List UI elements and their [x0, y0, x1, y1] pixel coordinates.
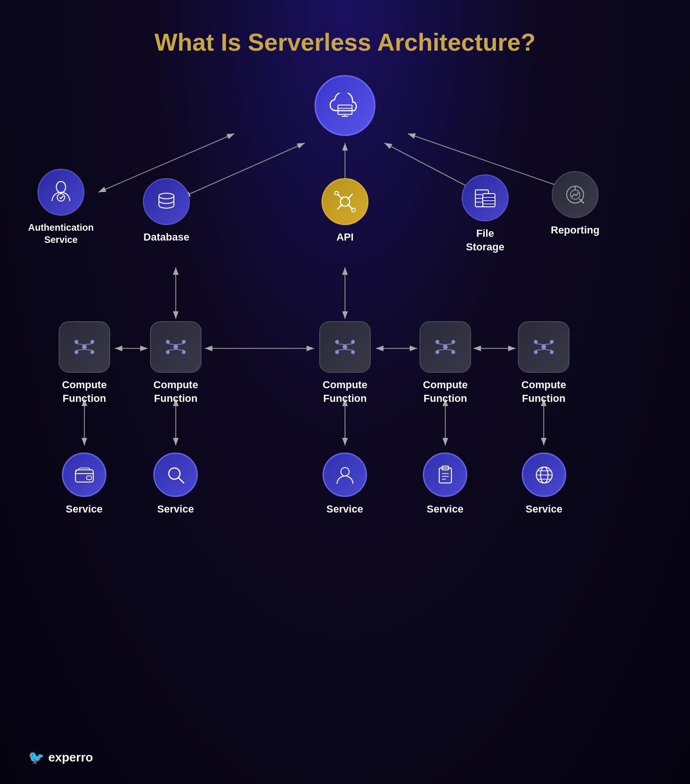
compute3-icon: [319, 321, 371, 373]
page-title: What Is Serverless Architecture?: [0, 0, 690, 56]
svg-point-56: [166, 350, 170, 354]
svg-line-78: [437, 349, 445, 350]
svg-line-49: [76, 344, 84, 345]
svg-point-84: [550, 350, 554, 354]
svg-line-51: [76, 349, 84, 350]
logo-text: experro: [48, 750, 93, 765]
svg-rect-18: [338, 105, 352, 114]
compute1-label: ComputeFunction: [62, 378, 106, 405]
svg-point-27: [335, 191, 338, 195]
svg-point-71: [443, 345, 448, 349]
service5-label: Service: [525, 503, 562, 516]
svg-line-85: [536, 344, 544, 345]
auth-icon-circle: [38, 169, 84, 216]
title-highlight: Serverless Architecture?: [248, 29, 536, 56]
svg-line-92: [178, 477, 184, 483]
service1-node: Service: [62, 452, 106, 516]
svg-line-50: [84, 344, 92, 345]
reporting-node: Reporting: [551, 171, 600, 237]
service3-label: Service: [326, 503, 363, 516]
service3-node: Service: [322, 452, 367, 516]
svg-line-70: [345, 349, 353, 350]
service5-node: Service: [522, 452, 566, 516]
logo: 🐦 experro: [28, 750, 93, 765]
database-label: Database: [143, 231, 189, 244]
logo-bird-icon: 🐦: [28, 750, 45, 765]
svg-point-24: [159, 193, 174, 199]
svg-point-23: [57, 194, 65, 201]
svg-line-76: [437, 344, 445, 345]
auth-label: AuthenticationService: [28, 221, 94, 246]
cloud-node: [315, 75, 375, 136]
svg-line-87: [536, 349, 544, 350]
service2-node: Service: [153, 452, 198, 516]
compute4-icon: [420, 321, 471, 373]
service4-label: Service: [427, 503, 463, 516]
compute4-node: ComputeFunction: [420, 321, 471, 405]
svg-point-22: [56, 181, 66, 193]
api-node: API: [322, 178, 368, 244]
compute3-node: ComputeFunction: [319, 321, 371, 405]
svg-point-29: [352, 208, 355, 212]
svg-point-55: [182, 340, 186, 344]
svg-point-44: [82, 345, 87, 349]
database-node: Database: [143, 178, 190, 244]
svg-point-45: [75, 340, 78, 344]
compute2-label: ComputeFunction: [153, 378, 198, 405]
svg-line-58: [168, 344, 176, 345]
svg-point-80: [541, 345, 546, 349]
svg-point-83: [534, 350, 538, 354]
file-storage-icon-circle: [462, 174, 509, 221]
svg-point-62: [343, 345, 347, 349]
svg-point-46: [90, 340, 94, 344]
svg-point-53: [173, 345, 178, 349]
svg-point-48: [90, 350, 94, 354]
api-label: API: [337, 231, 354, 244]
svg-point-73: [451, 340, 455, 344]
svg-line-52: [84, 349, 92, 350]
svg-point-66: [351, 350, 355, 354]
svg-line-67: [337, 344, 345, 345]
svg-point-93: [341, 467, 349, 476]
service2-icon-circle: [153, 452, 198, 497]
service4-icon-circle: [423, 452, 467, 497]
service3-icon-circle: [322, 452, 367, 497]
svg-line-31: [338, 204, 342, 209]
compute5-icon: [518, 321, 570, 373]
svg-point-57: [182, 350, 186, 354]
reporting-icon-circle: [552, 171, 599, 218]
service4-node: Service: [423, 452, 467, 516]
service5-icon-circle: [522, 452, 566, 497]
service1-label: Service: [66, 503, 102, 516]
compute5-label: ComputeFunction: [521, 378, 566, 405]
compute3-label: ComputeFunction: [322, 378, 367, 405]
auth-node: AuthenticationService: [28, 169, 94, 246]
reporting-label: Reporting: [551, 224, 600, 237]
svg-point-63: [335, 340, 339, 344]
svg-line-59: [176, 344, 184, 345]
service2-label: Service: [157, 503, 194, 516]
file-storage-node: FileStorage: [462, 174, 509, 254]
title-prefix: What Is: [154, 29, 248, 56]
svg-point-47: [75, 350, 78, 354]
compute2-icon: [150, 321, 202, 373]
svg-line-3: [183, 143, 305, 197]
svg-rect-90: [87, 476, 91, 480]
svg-line-86: [544, 344, 552, 345]
database-icon-circle: [143, 178, 190, 225]
svg-point-54: [166, 340, 170, 344]
svg-line-68: [345, 344, 353, 345]
svg-point-82: [550, 340, 554, 344]
svg-point-75: [451, 350, 455, 354]
svg-line-88: [544, 349, 552, 350]
svg-point-74: [435, 350, 439, 354]
compute2-node: ComputeFunction: [150, 321, 202, 405]
svg-point-81: [534, 340, 538, 344]
svg-line-61: [176, 349, 184, 350]
svg-line-60: [168, 349, 176, 350]
svg-line-79: [445, 349, 453, 350]
service1-icon-circle: [62, 452, 106, 497]
api-icon-circle: [322, 178, 368, 225]
svg-line-30: [348, 194, 352, 199]
svg-point-72: [435, 340, 439, 344]
